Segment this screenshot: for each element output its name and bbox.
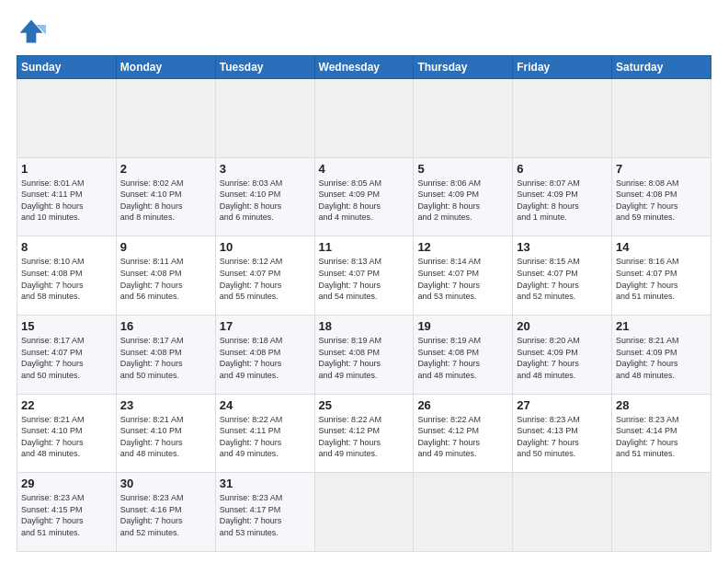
calendar-cell: 5Sunrise: 8:06 AM Sunset: 4:09 PM Daylig… [414,157,513,236]
day-info: Sunrise: 8:18 AM Sunset: 4:08 PM Dayligh… [220,335,311,381]
day-info: Sunrise: 8:17 AM Sunset: 4:08 PM Dayligh… [120,335,211,381]
calendar-cell [612,473,711,552]
day-info: Sunrise: 8:11 AM Sunset: 4:08 PM Dayligh… [120,256,211,302]
logo-icon [17,17,46,46]
calendar-cell: 2Sunrise: 8:02 AM Sunset: 4:10 PM Daylig… [116,157,215,236]
day-info: Sunrise: 8:15 AM Sunset: 4:07 PM Dayligh… [517,256,608,302]
calendar-cell [513,79,612,158]
calendar-cell [612,79,711,158]
day-number: 8 [21,240,112,254]
logo [17,17,50,46]
day-info: Sunrise: 8:23 AM Sunset: 4:15 PM Dayligh… [21,492,112,538]
calendar-cell: 31Sunrise: 8:23 AM Sunset: 4:17 PM Dayli… [215,473,314,552]
calendar-cell: 13Sunrise: 8:15 AM Sunset: 4:07 PM Dayli… [513,236,612,316]
calendar-week-row [17,79,711,158]
calendar-cell: 3Sunrise: 8:03 AM Sunset: 4:10 PM Daylig… [215,157,314,236]
day-info: Sunrise: 8:06 AM Sunset: 4:09 PM Dayligh… [417,178,508,224]
day-number: 24 [220,398,311,412]
calendar-cell: 26Sunrise: 8:22 AM Sunset: 4:12 PM Dayli… [414,394,513,473]
day-info: Sunrise: 8:03 AM Sunset: 4:10 PM Dayligh… [220,178,311,224]
calendar-header-friday: Friday [513,56,612,79]
day-number: 28 [616,398,707,412]
calendar-cell: 16Sunrise: 8:17 AM Sunset: 4:08 PM Dayli… [116,315,215,394]
header [17,17,711,46]
calendar-cell: 12Sunrise: 8:14 AM Sunset: 4:07 PM Dayli… [414,236,513,316]
calendar-cell: 4Sunrise: 8:05 AM Sunset: 4:09 PM Daylig… [314,157,414,236]
calendar-header-tuesday: Tuesday [215,56,314,79]
day-info: Sunrise: 8:23 AM Sunset: 4:14 PM Dayligh… [616,414,707,460]
calendar-cell: 7Sunrise: 8:08 AM Sunset: 4:08 PM Daylig… [612,157,711,236]
calendar-cell: 14Sunrise: 8:16 AM Sunset: 4:07 PM Dayli… [612,236,711,316]
calendar-cell: 25Sunrise: 8:22 AM Sunset: 4:12 PM Dayli… [314,394,414,473]
calendar-cell: 18Sunrise: 8:19 AM Sunset: 4:08 PM Dayli… [314,315,414,394]
calendar-cell: 10Sunrise: 8:12 AM Sunset: 4:07 PM Dayli… [215,236,314,316]
day-info: Sunrise: 8:17 AM Sunset: 4:07 PM Dayligh… [21,335,112,381]
calendar-cell: 21Sunrise: 8:21 AM Sunset: 4:09 PM Dayli… [612,315,711,394]
day-info: Sunrise: 8:19 AM Sunset: 4:08 PM Dayligh… [417,335,508,381]
calendar-table: SundayMondayTuesdayWednesdayThursdayFrid… [17,55,711,552]
calendar-cell: 8Sunrise: 8:10 AM Sunset: 4:08 PM Daylig… [17,236,117,316]
day-number: 5 [417,162,508,176]
calendar-cell [116,79,215,158]
day-number: 18 [319,319,410,333]
calendar-cell [17,79,117,158]
day-info: Sunrise: 8:22 AM Sunset: 4:11 PM Dayligh… [220,414,311,460]
day-number: 23 [120,398,211,412]
calendar-cell [215,79,314,158]
day-number: 17 [220,319,311,333]
calendar-cell: 15Sunrise: 8:17 AM Sunset: 4:07 PM Dayli… [17,315,117,394]
calendar-cell: 17Sunrise: 8:18 AM Sunset: 4:08 PM Dayli… [215,315,314,394]
calendar-cell: 28Sunrise: 8:23 AM Sunset: 4:14 PM Dayli… [612,394,711,473]
calendar-cell: 29Sunrise: 8:23 AM Sunset: 4:15 PM Dayli… [17,473,117,552]
calendar-cell: 6Sunrise: 8:07 AM Sunset: 4:09 PM Daylig… [513,157,612,236]
day-number: 22 [21,398,112,412]
day-number: 14 [616,240,707,254]
calendar-header-sunday: Sunday [17,56,117,79]
day-number: 27 [517,398,608,412]
day-number: 13 [517,240,608,254]
calendar-cell: 11Sunrise: 8:13 AM Sunset: 4:07 PM Dayli… [314,236,414,316]
day-number: 21 [616,319,707,333]
day-number: 25 [319,398,410,412]
calendar-cell [414,79,513,158]
day-number: 26 [417,398,508,412]
calendar-cell [314,473,414,552]
day-info: Sunrise: 8:14 AM Sunset: 4:07 PM Dayligh… [417,256,508,302]
calendar-cell [513,473,612,552]
calendar-cell: 30Sunrise: 8:23 AM Sunset: 4:16 PM Dayli… [116,473,215,552]
day-info: Sunrise: 8:08 AM Sunset: 4:08 PM Dayligh… [616,178,707,224]
calendar-week-row: 1Sunrise: 8:01 AM Sunset: 4:11 PM Daylig… [17,157,711,236]
day-info: Sunrise: 8:02 AM Sunset: 4:10 PM Dayligh… [120,178,211,224]
calendar-header-row: SundayMondayTuesdayWednesdayThursdayFrid… [17,56,711,79]
day-number: 7 [616,162,707,176]
calendar-cell [314,79,414,158]
day-number: 11 [319,240,410,254]
day-number: 10 [220,240,311,254]
calendar-header-saturday: Saturday [612,56,711,79]
day-info: Sunrise: 8:10 AM Sunset: 4:08 PM Dayligh… [21,256,112,302]
calendar-cell: 24Sunrise: 8:22 AM Sunset: 4:11 PM Dayli… [215,394,314,473]
day-info: Sunrise: 8:22 AM Sunset: 4:12 PM Dayligh… [417,414,508,460]
calendar-header-wednesday: Wednesday [314,56,414,79]
calendar-week-row: 22Sunrise: 8:21 AM Sunset: 4:10 PM Dayli… [17,394,711,473]
day-info: Sunrise: 8:13 AM Sunset: 4:07 PM Dayligh… [319,256,410,302]
calendar-cell: 9Sunrise: 8:11 AM Sunset: 4:08 PM Daylig… [116,236,215,316]
day-info: Sunrise: 8:23 AM Sunset: 4:17 PM Dayligh… [220,492,311,538]
day-info: Sunrise: 8:21 AM Sunset: 4:09 PM Dayligh… [616,335,707,381]
calendar-cell: 22Sunrise: 8:21 AM Sunset: 4:10 PM Dayli… [17,394,117,473]
day-number: 31 [220,477,311,490]
day-number: 16 [120,319,211,333]
day-info: Sunrise: 8:12 AM Sunset: 4:07 PM Dayligh… [220,256,311,302]
calendar-cell [414,473,513,552]
page: SundayMondayTuesdayWednesdayThursdayFrid… [0,0,728,563]
day-number: 3 [220,162,311,176]
calendar-cell: 1Sunrise: 8:01 AM Sunset: 4:11 PM Daylig… [17,157,117,236]
day-info: Sunrise: 8:21 AM Sunset: 4:10 PM Dayligh… [120,414,211,460]
day-info: Sunrise: 8:19 AM Sunset: 4:08 PM Dayligh… [319,335,410,381]
calendar-header-thursday: Thursday [414,56,513,79]
day-info: Sunrise: 8:05 AM Sunset: 4:09 PM Dayligh… [319,178,410,224]
day-number: 1 [21,162,112,176]
day-info: Sunrise: 8:16 AM Sunset: 4:07 PM Dayligh… [616,256,707,302]
day-number: 30 [120,477,211,490]
calendar-cell: 20Sunrise: 8:20 AM Sunset: 4:09 PM Dayli… [513,315,612,394]
